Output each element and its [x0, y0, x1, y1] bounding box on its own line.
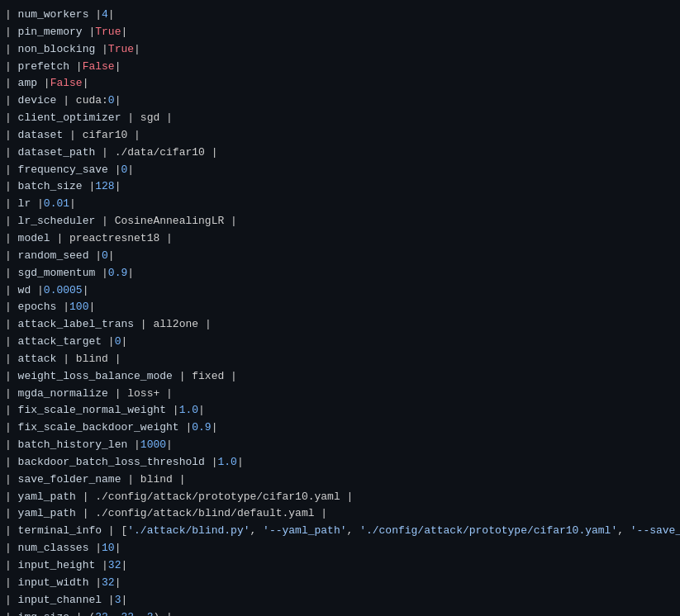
table-row: | dataset | cifar10 |: [3, 127, 677, 145]
table-row: | yaml_path | ./config/attack/prototype/…: [3, 489, 677, 506]
table-row: | img_size | (32, 32, 3) |: [3, 609, 677, 616]
table-row: | weight_loss_balance_mode | fixed |: [3, 368, 677, 386]
table-row: | num_workers | 4 |: [3, 7, 677, 24]
table-row: | lr | 0.01 |: [3, 196, 677, 213]
table-row: | attack_label_trans | all2one |: [3, 316, 677, 334]
table-row: | fix_scale_backdoor_weight | 0.9 |: [3, 419, 677, 437]
table-row: | attack_target | 0 |: [3, 334, 677, 351]
terminal-output: | num_workers | 4 || pin_memory | True |…: [0, 0, 680, 616]
table-row: | mgda_normalize | loss+ |: [3, 386, 677, 403]
table-row: | input_width | 32 |: [3, 575, 677, 592]
table-row: | input_channel | 3 |: [3, 592, 677, 609]
table-row: | device | cuda:0 |: [3, 92, 677, 110]
table-row: | fix_scale_normal_weight | 1.0 |: [3, 402, 677, 419]
table-row: | epochs | 100 |: [3, 299, 677, 316]
table-row: | input_height | 32 |: [3, 557, 677, 575]
table-row: | batch_size | 128 |: [3, 178, 677, 196]
table-row: | model | preactresnet18 |: [3, 230, 677, 248]
table-row: | pin_memory | True |: [3, 24, 677, 41]
table-row: | sgd_momentum | 0.9 |: [3, 265, 677, 282]
table-row: | frequency_save | 0 |: [3, 162, 677, 179]
table-row: | save_folder_name | blind |: [3, 471, 677, 489]
table-row: | yaml_path | ./config/attack/blind/defa…: [3, 505, 677, 523]
table-row: | random_seed | 0 |: [3, 248, 677, 265]
table-row: | prefetch | False |: [3, 59, 677, 76]
table-row: | non_blocking | True |: [3, 41, 677, 59]
table-row: | attack | blind |: [3, 351, 677, 368]
table-row: | num_classes | 10 |: [3, 540, 677, 557]
table-row: | backdoor_batch_loss_threshold | 1.0 |: [3, 454, 677, 471]
table-row: | amp | False |: [3, 75, 677, 92]
table-row: | terminal_info | ['./attack/blind.py', …: [3, 523, 677, 540]
table-row: | client_optimizer | sgd |: [3, 110, 677, 127]
table-row: | wd | 0.0005 |: [3, 282, 677, 300]
table-row: | batch_history_len | 1000 |: [3, 437, 677, 454]
table-row: | dataset_path | ./data/cifar10 |: [3, 145, 677, 162]
table-row: | lr_scheduler | CosineAnnealingLR |: [3, 213, 677, 230]
